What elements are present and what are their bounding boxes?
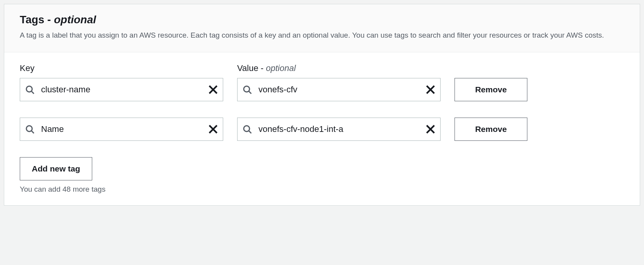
tag-value-input[interactable] (237, 78, 441, 101)
title-main: Tags (20, 14, 44, 26)
tags-panel: Tags - optional A tag is a label that yo… (4, 4, 640, 206)
value-column-header: Value - optional (237, 63, 441, 73)
remove-tag-button[interactable]: Remove (455, 118, 527, 141)
tag-value-input[interactable] (237, 118, 441, 141)
tags-remaining-text: You can add 48 more tags (20, 185, 624, 194)
title-separator: - (44, 14, 54, 26)
clear-key-button[interactable] (207, 123, 219, 135)
title-optional: optional (54, 14, 96, 26)
add-new-tag-button[interactable]: Add new tag (20, 157, 92, 180)
tag-key-wrapper (20, 78, 223, 101)
clear-key-button[interactable] (207, 83, 219, 96)
close-icon (425, 85, 436, 95)
tag-value-wrapper (237, 118, 441, 141)
value-optional: optional (266, 63, 296, 73)
value-separator: - (258, 63, 266, 73)
tag-key-input[interactable] (20, 118, 223, 141)
clear-value-button[interactable] (424, 123, 437, 135)
tag-row: Remove (20, 118, 624, 141)
remove-tag-button[interactable]: Remove (455, 78, 527, 101)
close-icon (208, 85, 218, 95)
columns-header: Key Value - optional (20, 63, 624, 73)
tag-value-wrapper (237, 78, 441, 101)
tag-key-input[interactable] (20, 78, 223, 101)
panel-title: Tags - optional (20, 14, 624, 26)
panel-body: Key Value - optional (4, 52, 640, 205)
tag-key-wrapper (20, 118, 223, 141)
close-icon (425, 124, 436, 134)
value-label: Value (237, 63, 258, 73)
panel-header: Tags - optional A tag is a label that yo… (4, 4, 640, 52)
key-column-header: Key (20, 63, 223, 73)
clear-value-button[interactable] (424, 83, 437, 96)
tag-row: Remove (20, 78, 624, 101)
close-icon (208, 124, 218, 134)
panel-description: A tag is a label that you assign to an A… (20, 30, 624, 41)
